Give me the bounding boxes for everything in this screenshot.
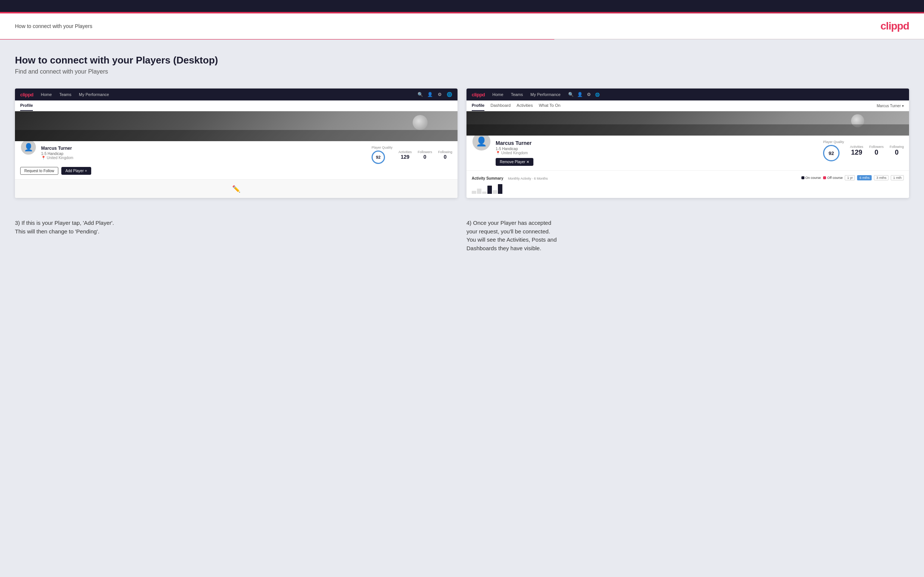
caption-text-left: 3) If this is your Player tap, 'Add Play…	[15, 219, 457, 236]
legend-offcourse: Off course	[823, 176, 843, 180]
nav-performance-right[interactable]: My Performance	[530, 92, 561, 97]
pencil-area: ✏️	[15, 179, 457, 198]
request-follow-button[interactable]: Request to Follow	[20, 167, 58, 175]
legend-oncourse: On course	[801, 176, 821, 180]
location-pin-icon: 📍	[41, 156, 45, 160]
close-icon: ✕	[526, 160, 529, 164]
globe-icon-right: 🌐	[595, 93, 599, 97]
user-icon[interactable]: 👤	[427, 92, 433, 97]
player-name-right: Marcus Turner	[496, 140, 819, 146]
screenshot-right: clippd Home Teams My Performance 🔍 👤 ⚙ 🌐…	[467, 89, 909, 198]
oncourse-dot	[801, 176, 804, 179]
hero-dark-area-left	[15, 130, 457, 141]
quality-label-right: Player Quality	[823, 140, 844, 144]
caption-text-right: 4) Once your Player has acceptedyour req…	[467, 219, 909, 253]
profile-info-right: Marcus Turner 1-5 Handicap 📍 United King…	[496, 140, 819, 166]
profile-section-right: 👤 Marcus Turner 1-5 Handicap 📍 United Ki…	[467, 135, 909, 170]
player-location-left: 📍 United Kingdom	[41, 156, 367, 160]
chevron-down-icon[interactable]: ▾	[902, 104, 904, 108]
mock-tabs-right: Profile Dashboard Activities What To On …	[467, 100, 909, 111]
tab-profile-left[interactable]: Profile	[20, 100, 33, 111]
player-location-right: 📍 United Kingdom	[496, 151, 819, 155]
main-content: How to connect with your Players (Deskto…	[0, 40, 924, 577]
time-btn-1mth[interactable]: 1 mth	[891, 175, 904, 181]
hero-dark-area-right	[467, 124, 909, 135]
following-stat-left: Following 0	[438, 150, 452, 160]
mock-nav-right: clippd Home Teams My Performance 🔍 👤 ⚙ 🌐	[467, 89, 909, 100]
tab-activities-right[interactable]: Activities	[517, 100, 533, 111]
nav-home-left[interactable]: Home	[41, 92, 52, 97]
activity-section-right: Activity Summary Monthly Activity · 6 Mo…	[467, 170, 909, 198]
hero-circle-left	[413, 115, 428, 130]
player-handicap-left: 1-5 Handicap	[41, 152, 367, 156]
bar-1	[472, 191, 476, 194]
mock-tabs-left: Profile	[15, 100, 457, 111]
top-bar	[0, 0, 924, 12]
page-heading: How to connect with your Players (Deskto…	[15, 55, 909, 66]
add-player-button[interactable]: Add Player +	[61, 167, 91, 175]
settings-icon-right[interactable]: ⚙	[586, 92, 592, 97]
nav-performance-left[interactable]: My Performance	[79, 92, 109, 97]
screenshot-left: clippd Home Teams My Performance 🔍 👤 ⚙ 🌐…	[15, 89, 457, 198]
bar-6	[498, 184, 502, 194]
quality-label-left: Player Quality	[372, 146, 393, 149]
nav-icons-right: 🔍 👤 ⚙ 🌐	[568, 92, 599, 97]
tab-profile-right[interactable]: Profile	[472, 100, 485, 111]
captions-row: 3) If this is your Player tap, 'Add Play…	[15, 210, 909, 253]
activity-subtitle: Monthly Activity · 6 Months	[508, 177, 548, 181]
bar-5	[493, 190, 497, 194]
clippd-logo: clippd	[880, 20, 909, 32]
nav-teams-right[interactable]: Teams	[511, 92, 523, 97]
screenshots-row: clippd Home Teams My Performance 🔍 👤 ⚙ 🌐…	[15, 89, 909, 198]
header: How to connect with your Players clippd	[0, 13, 924, 39]
hero-image-right	[467, 111, 909, 135]
plus-icon: +	[85, 169, 87, 173]
bar-3	[482, 192, 487, 194]
nav-icons-left: 🔍 👤 ⚙ 🌐	[417, 92, 452, 97]
search-icon[interactable]: 🔍	[417, 92, 423, 97]
nav-user-label-right: 🌐	[595, 93, 599, 97]
time-btn-1yr[interactable]: 1 yr	[845, 175, 855, 181]
avatar-left: 👤	[20, 139, 37, 155]
search-icon-right[interactable]: 🔍	[568, 92, 574, 97]
header-title: How to connect with your Players	[15, 23, 92, 29]
activity-header-right: Activity Summary Monthly Activity · 6 Mo…	[472, 174, 904, 181]
page-subheading: Find and connect with your Players	[15, 68, 909, 75]
tab-dashboard-right[interactable]: Dashboard	[490, 100, 510, 111]
quality-wrap-right: Player Quality 92	[823, 140, 844, 161]
activities-stat-left: Activities 129	[399, 150, 412, 160]
time-btn-6mths[interactable]: 6 mths	[857, 175, 872, 181]
nav-teams-left[interactable]: Teams	[60, 92, 71, 97]
settings-icon[interactable]: ⚙	[436, 92, 443, 97]
pencil-icon: ✏️	[232, 185, 240, 193]
quality-wrap-left: Player Quality 92	[372, 146, 393, 164]
time-btn-3mths[interactable]: 3 mths	[874, 175, 888, 181]
activity-title-wrap: Activity Summary Monthly Activity · 6 Mo…	[472, 174, 548, 181]
user-icon-right[interactable]: 👤	[577, 92, 583, 97]
activities-stat-right: Activities 129	[850, 145, 863, 156]
tab-what-to-on-right[interactable]: What To On	[539, 100, 560, 111]
mock-nav-left: clippd Home Teams My Performance 🔍 👤 ⚙ 🌐	[15, 89, 457, 100]
caption-left: 3) If this is your Player tap, 'Add Play…	[15, 210, 457, 253]
nav-home-right[interactable]: Home	[492, 92, 503, 97]
profile-buttons-left: Request to Follow Add Player +	[20, 167, 452, 175]
quality-circle-right: 92	[823, 145, 840, 161]
globe-icon[interactable]: 🌐	[446, 92, 452, 97]
mock-logo-right: clippd	[472, 92, 485, 97]
activity-chart	[472, 184, 904, 194]
hero-image-left	[15, 111, 457, 141]
mock-logo-left: clippd	[20, 92, 33, 97]
bar-2	[477, 189, 481, 194]
followers-stat-left: Followers 0	[418, 150, 432, 160]
followers-stat-right: Followers 0	[869, 145, 884, 156]
following-stat-right: Following 0	[890, 145, 904, 156]
user-dropdown-label: Marcus Turner	[877, 104, 901, 108]
player-name-left: Marcus Turner	[41, 146, 367, 151]
avatar-icon-right: 👤	[476, 136, 487, 147]
activity-controls: On course Off course 1 yr 6 mths 3 mths …	[801, 175, 904, 181]
stats-row-right: Player Quality 92 Activities 129 Followe…	[823, 140, 904, 161]
player-handicap-right: 1-5 Handicap	[496, 147, 819, 151]
remove-player-button[interactable]: Remove Player ✕	[496, 158, 533, 166]
caption-right: 4) Once your Player has acceptedyour req…	[467, 210, 909, 253]
stats-row-left: Player Quality 92 Activities 129 Followe…	[372, 146, 452, 164]
